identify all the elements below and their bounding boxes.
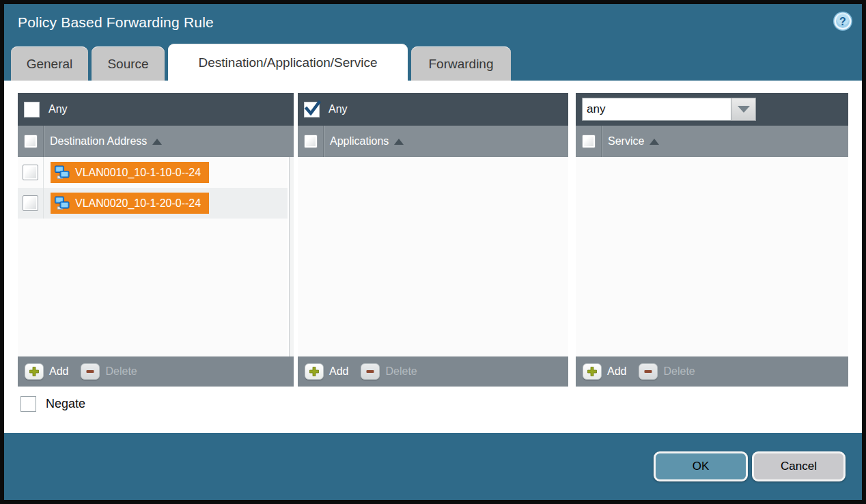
applications-header-row: Applications	[298, 126, 568, 157]
destination-any-checkbox[interactable]	[24, 102, 40, 117]
destination-list: VLAN0010_10-1-10-0--24 VLAN0020_10-1	[18, 157, 294, 356]
add-button[interactable]	[305, 363, 324, 380]
cancel-button[interactable]: Cancel	[752, 451, 846, 481]
minus-icon	[85, 367, 95, 376]
destination-any-bar: Any	[18, 93, 294, 126]
delete-button[interactable]	[639, 363, 658, 380]
network-icon	[54, 195, 70, 212]
address-object-chip[interactable]: VLAN0020_10-1-20-0--24	[51, 193, 209, 214]
add-button-label[interactable]: Add	[607, 365, 626, 378]
destination-selectall-checkbox[interactable]	[24, 135, 38, 148]
row-checkbox[interactable]	[23, 165, 38, 180]
add-button[interactable]	[25, 363, 44, 380]
tab-content-panel: Any Destination Address	[4, 81, 862, 433]
sort-asc-icon[interactable]	[394, 139, 404, 145]
ok-button[interactable]: OK	[654, 451, 748, 481]
service-dropdown-input[interactable]	[582, 98, 731, 121]
svg-text:?: ?	[839, 16, 846, 27]
add-button-label[interactable]: Add	[49, 365, 68, 378]
add-button[interactable]	[583, 363, 602, 380]
applications-header-label: Applications	[330, 135, 389, 148]
applications-footer: Add Delete	[298, 356, 568, 387]
checkmark-icon	[304, 100, 322, 117]
dialog-title: Policy Based Forwarding Rule	[18, 14, 214, 31]
scrollbar-track[interactable]	[289, 157, 294, 356]
service-header-label: Service	[608, 135, 644, 148]
service-list	[576, 157, 848, 356]
chevron-down-icon	[738, 106, 750, 113]
delete-button-label: Delete	[105, 365, 137, 378]
service-column: Service Add Delete	[576, 93, 848, 387]
minus-icon	[643, 367, 653, 376]
network-icon	[54, 165, 70, 181]
table-row[interactable]: VLAN0010_10-1-10-0--24	[18, 157, 294, 188]
plus-icon	[309, 366, 320, 377]
destination-header-row: Destination Address	[18, 126, 294, 157]
service-dropdown-button[interactable]	[731, 98, 756, 121]
delete-button[interactable]	[361, 363, 380, 380]
applications-any-label: Any	[329, 103, 348, 115]
service-footer: Add Delete	[576, 356, 848, 387]
negate-option: Negate	[20, 396, 85, 412]
negate-label: Negate	[46, 397, 85, 411]
address-object-label: VLAN0010_10-1-10-0--24	[75, 167, 201, 179]
destination-footer: Add Delete	[18, 356, 294, 387]
row-checkbox[interactable]	[23, 195, 38, 211]
delete-button-label: Delete	[385, 365, 417, 378]
tab-source[interactable]: Source	[92, 46, 165, 81]
tab-destination-application-service[interactable]: Destination/Application/Service	[168, 44, 408, 81]
tab-general[interactable]: General	[11, 46, 88, 81]
delete-button-label: Delete	[663, 365, 695, 378]
service-selectall-checkbox[interactable]	[582, 135, 596, 148]
help-icon[interactable]: ?	[832, 10, 854, 32]
service-header-row: Service	[576, 126, 848, 157]
minus-icon	[365, 367, 375, 376]
delete-button[interactable]	[81, 363, 100, 380]
policy-forwarding-dialog: Policy Based Forwarding Rule ? General S…	[0, 0, 866, 504]
address-object-label: VLAN0020_10-1-20-0--24	[75, 197, 201, 210]
destination-address-column: Any Destination Address	[18, 93, 294, 387]
applications-any-bar: Any	[298, 93, 568, 126]
plus-icon	[29, 366, 40, 377]
negate-checkbox[interactable]	[20, 396, 36, 412]
destination-any-label: Any	[48, 103, 68, 115]
plus-icon	[587, 366, 598, 377]
destination-header-label: Destination Address	[50, 135, 147, 148]
add-button-label[interactable]: Add	[329, 365, 348, 378]
sort-asc-icon[interactable]	[650, 139, 659, 145]
address-object-chip[interactable]: VLAN0010_10-1-10-0--24	[51, 162, 209, 183]
applications-any-checkbox[interactable]	[304, 102, 320, 117]
applications-list	[298, 157, 568, 356]
table-row[interactable]: VLAN0020_10-1-20-0--24	[18, 188, 294, 219]
sort-asc-icon[interactable]	[152, 139, 162, 145]
service-dropdown-bar	[576, 93, 848, 126]
applications-column: Any Applications Add Delete	[298, 93, 568, 387]
service-combobox	[582, 98, 756, 121]
applications-selectall-checkbox[interactable]	[304, 135, 318, 148]
tab-forwarding[interactable]: Forwarding	[411, 46, 511, 81]
dialog-titlebar: Policy Based Forwarding Rule ?	[4, 4, 862, 44]
